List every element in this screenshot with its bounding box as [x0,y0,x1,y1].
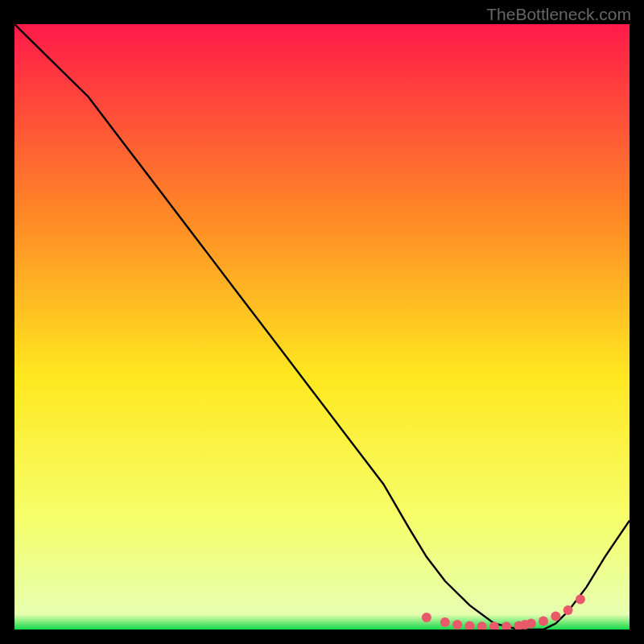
optimal-marker [452,620,462,630]
optimal-marker [551,612,560,621]
chart-svg [14,24,630,630]
watermark-text: TheBottleneck.com [486,5,631,24]
gradient-background [14,24,630,630]
optimal-marker [576,594,585,604]
optimal-marker [539,617,548,626]
optimal-marker [526,619,536,629]
chart-frame: TheBottleneck.com [0,0,644,644]
plot-area [14,24,630,630]
optimal-marker [564,605,573,615]
optimal-marker [422,613,431,622]
optimal-marker [440,617,450,627]
